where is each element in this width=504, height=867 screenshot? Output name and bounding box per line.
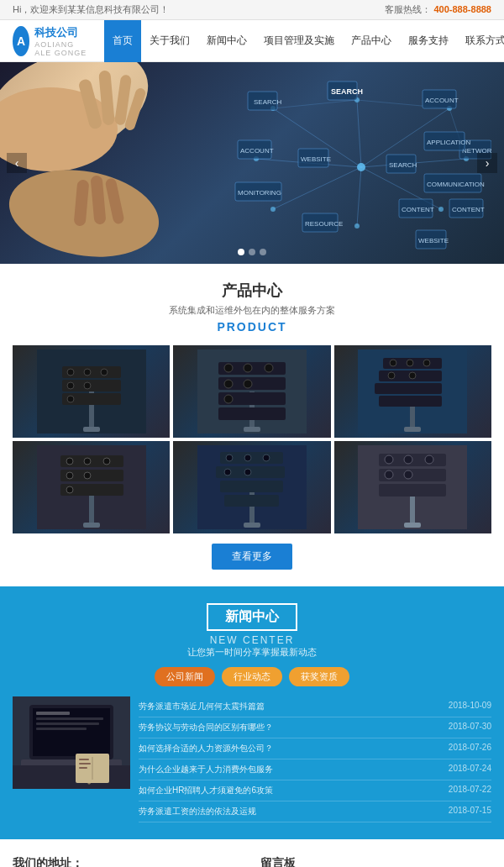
hero-dot-3[interactable] xyxy=(260,249,266,255)
nav-products[interactable]: 产品中心 xyxy=(343,20,400,62)
svg-text:SEARCH: SEARCH xyxy=(389,161,417,169)
hero-banner: SEARCH SEARCH ACCOUNT NETWORK ACCOUNT AP… xyxy=(0,62,504,264)
svg-point-104 xyxy=(66,472,73,479)
news-item-5[interactable]: 如何企业HR招聘人才须避免的6攻策 2018-07-22 xyxy=(139,780,491,801)
product-title-cn: 产品中心 xyxy=(13,281,491,301)
svg-line-16 xyxy=(273,167,361,209)
news-item-1[interactable]: 劳务派遣市场近几何何太震抖篇篇 2018-10-09 xyxy=(139,696,491,717)
svg-point-26 xyxy=(438,207,444,212)
svg-point-81 xyxy=(244,380,252,388)
svg-rect-124 xyxy=(379,484,446,497)
svg-point-69 xyxy=(101,369,108,376)
svg-rect-97 xyxy=(83,523,100,528)
svg-rect-89 xyxy=(379,396,442,407)
nav-project[interactable]: 项目管理及实施 xyxy=(255,20,343,62)
svg-text:ACCOUNT: ACCOUNT xyxy=(240,147,274,155)
svg-point-127 xyxy=(425,455,433,464)
nav-contact[interactable]: 联系方式 xyxy=(457,20,504,62)
news-item-6[interactable]: 劳务派遣工资的法的依法及运规 2018-07-15 xyxy=(139,801,491,822)
svg-rect-113 xyxy=(224,495,279,507)
product-subtitle: 系统集成和运维外包在内的整体服务方案 xyxy=(13,304,491,317)
news-tab-qa[interactable]: 获奖资质 xyxy=(289,667,349,686)
logo-text: 科技公司 AOLIANG ALE GONGE xyxy=(34,25,87,57)
svg-point-105 xyxy=(84,472,91,479)
nav-news[interactable]: 新闻中心 xyxy=(198,20,255,62)
svg-point-101 xyxy=(66,458,73,465)
svg-point-125 xyxy=(385,455,393,464)
svg-text:ACCOUNT: ACCOUNT xyxy=(425,97,459,104)
hero-hand xyxy=(0,62,218,264)
hotline-text: 客服热线： 400-888-8888 xyxy=(385,3,491,16)
svg-rect-72 xyxy=(244,427,260,432)
greeting-text: Hi，欢迎来到某某信息科技有限公司！ xyxy=(13,3,169,16)
main-nav: 首页 关于我们 新闻中心 项目管理及实施 产品中心 服务支持 联系方式 人才招聘 xyxy=(104,20,504,62)
product-grid xyxy=(13,345,491,533)
svg-point-91 xyxy=(407,360,413,366)
hero-dot-2[interactable] xyxy=(249,249,255,255)
svg-point-129 xyxy=(404,470,412,479)
hero-next-btn[interactable]: › xyxy=(477,153,497,173)
svg-rect-108 xyxy=(249,489,255,525)
svg-text:COMMUNICATION: COMMUNICATION xyxy=(427,181,485,188)
nav-home[interactable]: 首页 xyxy=(104,20,141,62)
hero-prev-btn[interactable]: ‹ xyxy=(7,153,27,173)
svg-point-90 xyxy=(390,360,396,366)
svg-text:APPLICATION: APPLICATION xyxy=(427,139,471,146)
svg-text:WEBSITE: WEBSITE xyxy=(301,155,331,163)
svg-rect-144 xyxy=(79,767,87,769)
product-item-4[interactable] xyxy=(13,441,170,533)
view-more-btn[interactable]: 查看更多 xyxy=(212,544,292,570)
nav-service[interactable]: 服务支持 xyxy=(400,20,457,62)
svg-point-78 xyxy=(244,364,252,372)
news-title: 新闻中心 xyxy=(207,603,297,631)
svg-text:SEARCH: SEARCH xyxy=(254,98,282,106)
logo-icon: A xyxy=(13,26,29,56)
svg-point-103 xyxy=(103,458,110,465)
hero-dot-1[interactable] xyxy=(238,249,244,255)
logo-cn: 科技公司 xyxy=(34,25,87,40)
svg-text:CONTENT: CONTENT xyxy=(402,206,434,213)
svg-rect-76 xyxy=(218,407,286,420)
contact-section: 我们的地址： 江苏省南京市玄武区玄武湖 联系方式： 电话：400-888-888… xyxy=(0,839,504,867)
product-section: 产品中心 系统集成和运维外包在内的整体服务方案 PRODUCT xyxy=(0,264,504,586)
svg-text:CONTENT: CONTENT xyxy=(452,206,485,213)
news-tab-industry[interactable]: 行业动态 xyxy=(222,667,282,686)
message-board: 留言板 *姓名 *手机 *给我们留言 提交留言 xyxy=(260,856,491,867)
contact-left: 我们的地址： 江苏省南京市玄武区玄武湖 联系方式： 电话：400-888-888… xyxy=(13,856,260,867)
hero-network: SEARCH SEARCH ACCOUNT NETWORK ACCOUNT AP… xyxy=(231,75,491,260)
svg-point-67 xyxy=(84,369,91,376)
svg-rect-136 xyxy=(36,728,87,730)
news-list: 劳务派遣市场近几何何太震抖篇篇 2018-10-09 劳务协议与劳动合同的区别有… xyxy=(139,696,491,822)
news-image xyxy=(13,696,130,789)
svg-line-15 xyxy=(357,167,361,226)
svg-line-18 xyxy=(273,100,357,108)
news-header: 新闻中心 NEW CENTER 让您第一时间分享掌握最新动态 xyxy=(13,603,491,659)
svg-rect-85 xyxy=(404,427,421,432)
svg-rect-142 xyxy=(79,759,89,760)
product-item-6[interactable] xyxy=(334,441,491,533)
svg-rect-88 xyxy=(375,383,442,394)
product-item-1[interactable] xyxy=(13,345,170,438)
svg-point-92 xyxy=(423,360,430,366)
top-bar: Hi，欢迎来到某某信息科技有限公司！ 客服热线： 400-888-8888 xyxy=(0,0,504,20)
svg-point-115 xyxy=(244,455,251,461)
svg-point-21 xyxy=(357,163,365,171)
nav-about[interactable]: 关于我们 xyxy=(141,20,198,62)
svg-rect-60 xyxy=(83,427,100,432)
svg-rect-134 xyxy=(36,717,103,720)
news-tab-company[interactable]: 公司新闻 xyxy=(155,667,215,686)
news-item-3[interactable]: 如何选择合适的人力资源外包公司？ 2018-07-26 xyxy=(139,738,491,759)
svg-line-11 xyxy=(357,100,361,167)
svg-point-128 xyxy=(385,470,393,479)
svg-point-64 xyxy=(67,369,74,376)
hotline-number: 400-888-8888 xyxy=(433,4,491,14)
product-item-5[interactable] xyxy=(173,441,330,533)
logo: A 科技公司 AOLIANG ALE GONGE xyxy=(13,25,87,57)
address-title: 我们的地址： xyxy=(13,856,83,867)
product-item-3[interactable] xyxy=(334,345,491,438)
header: A 科技公司 AOLIANG ALE GONGE 首页 关于我们 新闻中心 项目… xyxy=(0,20,504,62)
news-item-4[interactable]: 为什么企业越来于人力消费外包服务 2018-07-24 xyxy=(139,759,491,780)
svg-point-94 xyxy=(409,372,416,379)
news-item-2[interactable]: 劳务协议与劳动合同的区别有哪些？ 2018-07-30 xyxy=(139,717,491,738)
product-item-2[interactable] xyxy=(173,345,330,438)
